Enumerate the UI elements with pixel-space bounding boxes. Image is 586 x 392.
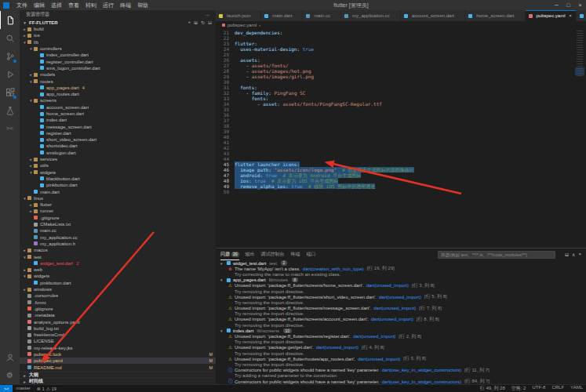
problem-code-link[interactable]: dart(unused_import) — [371, 317, 413, 321]
tab-launch.json[interactable]: launch.json — [216, 10, 261, 21]
code-line[interactable]: 35 — [216, 107, 575, 112]
code-line[interactable]: 29 - assets/images/girl.png — [216, 74, 575, 79]
testing-icon[interactable] — [0, 101, 20, 119]
tree-item[interactable]: ▾controllers — [20, 45, 216, 52]
tree-item[interactable]: LICENSE — [20, 338, 216, 344]
tree-item[interactable]: pubspec.yamlM — [20, 358, 216, 364]
status-item[interactable]: YAML — [567, 385, 586, 392]
remote-explorer-icon[interactable]: >< — [0, 119, 20, 137]
code-line[interactable]: 44 — [216, 156, 575, 162]
menu-终端[interactable]: 终端 — [117, 2, 134, 9]
code-line[interactable]: 38 — [216, 123, 575, 129]
tree-item[interactable]: .gitignore — [20, 215, 216, 221]
minimap[interactable] — [575, 28, 586, 248]
problem-code-link[interactable]: dart(unused_import) — [373, 306, 416, 310]
tree-item[interactable]: ▸build — [20, 26, 216, 32]
close-icon[interactable]: × — [574, 2, 586, 8]
status-item[interactable]: 空格: 2 — [508, 385, 530, 392]
tree-item[interactable]: ▾widgets — [20, 273, 216, 279]
tree-item[interactable]: .gitignore — [20, 306, 216, 312]
tree-item[interactable]: app_routes.dart — [20, 91, 216, 97]
tree-item[interactable]: my_application.cc — [20, 234, 216, 241]
problem-code-link[interactable]: dart(creation_with_non_type) — [303, 267, 364, 271]
code-line[interactable]: 32 - family: PingFang SC — [216, 90, 575, 96]
code-line[interactable]: 34 - asset: assets/fonts/PingFangSC-Regu… — [216, 101, 575, 107]
close-icon[interactable]: × — [569, 13, 573, 18]
problem-row[interactable]: Try correcting the name to match an exis… — [216, 271, 586, 277]
tree-item[interactable]: ▸runner — [20, 208, 216, 214]
tree-item[interactable]: widget_test.dart2 — [20, 260, 216, 267]
code-line[interactable]: 33 fonts: — [216, 96, 575, 101]
new-folder-icon[interactable]: ⊞ — [194, 20, 198, 25]
tree-item[interactable]: build_log.txt — [20, 325, 216, 332]
status-item[interactable]: UTF-8 — [529, 385, 548, 392]
problem-row[interactable]: ⚠Unused import: 'package:ff_flutter/scre… — [216, 317, 586, 322]
code-line[interactable]: 27 - assets/fonts/ — [216, 63, 575, 68]
collapse-all-icon[interactable]: ⊟ — [565, 252, 569, 257]
close-panel-icon[interactable]: × — [578, 252, 581, 257]
menu-编辑[interactable]: 编辑 — [31, 2, 48, 9]
problem-row[interactable]: ⊗The name 'MyApp' isn't a class.dart(cre… — [216, 266, 586, 271]
menu-文件[interactable]: 文件 — [13, 2, 31, 9]
tree-item[interactable]: pubspec.lockM — [20, 351, 216, 358]
tab-my_application.cc[interactable]: my_application.cc — [341, 10, 401, 21]
tree-item[interactable]: pinkbutton.dart — [20, 280, 216, 286]
problem-row[interactable]: Try removing the import directive. — [216, 361, 586, 367]
panel-tab-终端[interactable]: 终端 — [291, 249, 300, 260]
tree-item[interactable]: ▸macos — [20, 247, 216, 253]
maximize-icon[interactable]: □ — [562, 2, 574, 8]
tree-item[interactable]: CMakeLists.txt — [20, 221, 216, 227]
problem-row[interactable]: Try removing the import directive. — [216, 350, 586, 356]
code-line[interactable]: 39 — [216, 129, 575, 134]
panel-tab-调试控制台[interactable]: 调试控制台 — [261, 249, 285, 260]
problem-row[interactable]: ⚠Unused import: 'package:ff_flutter/scre… — [216, 306, 586, 311]
code-line[interactable]: 28 - assets/images/hot.png — [216, 68, 575, 74]
problem-code-link[interactable]: dart(use_key_in_widget_constructors) — [382, 368, 461, 372]
tree-item[interactable]: register_controller.dart — [20, 58, 216, 64]
code-line[interactable]: 47 android: true # 表示要为 Android 平台生成图标 — [216, 172, 575, 178]
code-line[interactable]: 21dev_dependencies: — [216, 30, 575, 35]
code-line[interactable]: 31 fonts: — [216, 85, 575, 90]
problem-code-link[interactable]: dart(unused_import) — [358, 357, 400, 361]
new-file-icon[interactable]: + — [187, 20, 191, 25]
code-line[interactable]: 42 — [216, 145, 575, 151]
explorer-icon[interactable] — [0, 11, 20, 29]
code-editor[interactable]: 21dev_dependencies:2223flutter:24 uses-m… — [216, 28, 586, 248]
tree-item[interactable]: pinkbutton.dart — [20, 182, 216, 188]
status-item[interactable]: CRLF — [548, 385, 567, 392]
problem-code-link[interactable]: dart(unused_import) — [366, 283, 409, 288]
code-line[interactable]: 23flutter: — [216, 41, 575, 46]
problem-code-link[interactable]: dart(unused_import) — [379, 295, 421, 299]
tree-item[interactable]: ▸utils — [20, 162, 216, 169]
tree-item[interactable]: index.dart — [20, 117, 216, 123]
tree-item[interactable]: analysis_options.yaml — [20, 318, 216, 325]
status-item[interactable]: ⊗ 1 ⚠ 19 — [34, 386, 60, 391]
timeline-section[interactable]: ▸ 时间线 — [20, 378, 216, 384]
more-actions-icon[interactable]: ⋯ — [205, 12, 209, 17]
problem-row[interactable]: ⚠Unused import: 'package:ff_flutter/rout… — [216, 356, 586, 361]
problem-row[interactable]: ⓘConstructors for public widgets should … — [216, 368, 586, 373]
account-icon[interactable] — [0, 348, 20, 366]
tree-item[interactable]: my-release-key.jks — [20, 345, 216, 351]
tree-item[interactable]: freeHemsCmd — [20, 332, 216, 338]
tree-item[interactable]: ▾lib — [20, 39, 216, 45]
breadcrumb-item[interactable]: pubspec.yaml — [227, 23, 257, 27]
tree-item[interactable]: README.mdM — [20, 364, 216, 370]
problem-row[interactable]: Try removing the import directive. — [216, 299, 586, 305]
run-and-debug-icon[interactable] — [0, 65, 20, 83]
tree-item[interactable]: ▾test — [20, 253, 216, 260]
tree-item[interactable]: sms_logon_controller.dart — [20, 65, 216, 71]
problem-file-row[interactable]: ▾index.dartlib\screens10 — [216, 328, 586, 333]
menu-查看[interactable]: 查看 — [65, 2, 82, 9]
gear-icon[interactable]: ⚙ — [0, 366, 20, 384]
menu-选择[interactable]: 选择 — [48, 2, 65, 9]
tree-item[interactable]: account_screen.dart — [20, 104, 216, 111]
project-section-header[interactable]: ▾ FF-FLUTTER +⊞↻⊟ — [20, 19, 216, 26]
code-line[interactable]: 36 — [216, 112, 575, 118]
problem-file-row[interactable]: ▾widget_test.darttest2 — [216, 260, 586, 266]
outline-section[interactable]: ▸ 大纲 — [20, 372, 216, 378]
code-line[interactable]: 48 ios: true # 表示要为 iOS 平台生成图标 — [216, 178, 575, 183]
problem-row[interactable]: Try removing the import directive. — [216, 322, 586, 328]
code-line[interactable]: 30 — [216, 79, 575, 85]
tab-account_screen.dart[interactable]: account_screen.dart — [401, 10, 465, 21]
